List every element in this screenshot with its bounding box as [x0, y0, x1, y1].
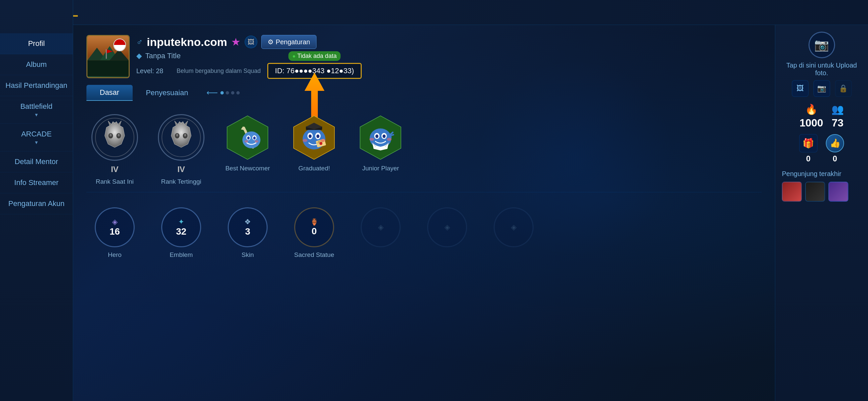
id-box-container: ID: 76●●●●343 ●12●33) ● Tidak ada data [267, 63, 362, 79]
photo-lock-button[interactable]: 🔒 [835, 80, 852, 97]
stat-people: 👥 73 [831, 104, 844, 129]
svg-point-13 [118, 134, 120, 137]
graduated-icon [291, 114, 337, 161]
skin-count: 3 [245, 226, 250, 237]
svg-rect-6 [106, 49, 107, 59]
flag-badge [113, 38, 126, 51]
stat-fire: 🔥 1000 [800, 104, 823, 129]
svg-point-34 [316, 135, 319, 138]
svg-point-18 [184, 134, 186, 137]
visitor-avatars [782, 182, 861, 202]
ghost-icon-3: ◈ [511, 223, 517, 232]
star-icon: ★ [231, 36, 241, 48]
tab-dasar[interactable]: Dasar [87, 85, 133, 101]
sidebar-label-album: Album [26, 60, 46, 68]
sidebar: Profil Album Hasil Pertandingan Battlefi… [0, 0, 73, 401]
stats-right: 🔥 1000 👥 73 🎁 0 👍 0 [782, 104, 861, 163]
profile-title-text: Tanpa Title [145, 52, 181, 60]
dots-nav [220, 91, 240, 94]
graduated-label: Graduated! [298, 165, 330, 172]
skin-label: Skin [242, 251, 254, 259]
stat-hero: ◈ 16 Hero [87, 207, 143, 259]
sacred-statue-icon: 🏺 [310, 218, 318, 226]
fire-icon: 🔥 [805, 104, 817, 115]
profile-middle-row: Level: 28 Belum bergabung dalam Squad ID… [136, 63, 762, 79]
sidebar-item-arcade[interactable]: ARCADE ▼ [0, 124, 73, 151]
stat-sacred-statue: 🏺 0 Sacred Statue [286, 207, 342, 259]
badge-rank-saat-ini: IV Rank Saat Ini [87, 114, 143, 185]
stat-gift: 🎁 0 [799, 134, 817, 163]
tabs-row: Dasar Penyesuaian ⟵ [87, 85, 762, 101]
gallery-icon: 🖼 [797, 84, 804, 93]
profile-info: ♂ inputekno.com ★ 🖼 ⚙ Pengaturan ◆ Tanpa… [136, 35, 762, 82]
diamond-icon: ◆ [136, 52, 142, 60]
gift-box-icon: 🎁 [799, 134, 817, 152]
svg-point-53 [387, 138, 392, 140]
svg-point-27 [245, 140, 248, 142]
gender-icon: ♂ [136, 37, 143, 47]
lock-icon: 🔒 [839, 84, 848, 93]
badge-ghost-2: ◈ [419, 207, 475, 247]
badge-rank-tertinggi: IV Rank Tertinggi [153, 114, 210, 185]
upload-text[interactable]: Tap di sini untuk Upload foto. [782, 62, 861, 77]
stat-skin: ❖ 3 Skin [219, 207, 276, 259]
profile-squad: Belum bergabung dalam Squad [177, 67, 260, 75]
sidebar-label-hasil: Hasil Pertandingan [6, 81, 67, 89]
dot-3 [231, 91, 235, 94]
like-count: 0 [833, 154, 837, 163]
stats-bottom-row: ◈ 16 Hero ✦ 32 Emblem ❖ 3 Skin 🏺 0 [87, 202, 762, 259]
hero-count: 16 [110, 226, 120, 237]
rank-tertinggi-label: Rank Tertinggi [161, 178, 201, 185]
badge-ghost-3: ◈ [485, 207, 542, 247]
badge-junior-player: Junior Player [352, 114, 409, 172]
visitors-section: Pengunjung terakhir [782, 170, 861, 202]
hero-stat-circle: ◈ 16 [95, 207, 135, 247]
settings-label: Pengaturan [276, 38, 310, 46]
junior-player-svg [358, 112, 404, 163]
settings-button[interactable]: ⚙ Pengaturan [261, 35, 316, 49]
settings-gear-icon: ⚙ [268, 38, 274, 46]
sidebar-item-info-streamer[interactable]: Info Streamer [0, 172, 73, 193]
badge-ghost-1: ◈ [352, 207, 409, 247]
dot-icon: ● [292, 53, 296, 59]
svg-rect-5 [87, 60, 129, 76]
photo-gallery-button[interactable]: 🖼 [792, 80, 808, 97]
visitor-avatar-1[interactable] [782, 182, 802, 202]
sidebar-item-profil[interactable]: Profil [0, 33, 73, 54]
nav-prev-button[interactable]: ⟵ [207, 88, 218, 97]
visitor-avatar-2[interactable] [805, 182, 825, 202]
tab-penyesuaian-label: Penyesuaian [146, 88, 188, 97]
stat-emblem: ✦ 32 Emblem [153, 207, 210, 259]
sidebar-item-battlefield[interactable]: Battlefield ▼ [0, 96, 73, 124]
visitors-title: Pengunjung terakhir [782, 170, 861, 178]
no-data-text: Tidak ada data [297, 53, 336, 60]
svg-point-33 [309, 135, 311, 138]
sidebar-label-info-streamer: Info Streamer [14, 178, 59, 187]
visitor-avatar-3[interactable] [829, 182, 848, 202]
hero-icon: ◈ [112, 218, 118, 226]
stats-row-bottom: 🎁 0 👍 0 [799, 134, 844, 163]
camera-icon: 📷 [814, 38, 829, 52]
sidebar-label-detail-mentor: Detail Mentor [14, 157, 58, 166]
stats-row-top: 🔥 1000 👥 73 [800, 104, 844, 129]
flag-bottom [114, 45, 125, 51]
tab-penyesuaian[interactable]: Penyesuaian [133, 85, 202, 101]
no-data-badge: ● Tidak ada data [288, 51, 341, 61]
sidebar-item-hasil-pertandingan[interactable]: Hasil Pertandingan [0, 75, 73, 96]
rank-saat-ini-numeral: IV [111, 165, 119, 174]
photo-camera-button[interactable]: 📷 [813, 80, 830, 97]
graduated-svg [291, 112, 337, 163]
sidebar-item-album[interactable]: Album [0, 54, 73, 75]
svg-point-28 [255, 140, 258, 142]
profile-top-section: ♂ inputekno.com ★ 🖼 ⚙ Pengaturan ◆ Tanpa… [87, 35, 762, 82]
sidebar-item-detail-mentor[interactable]: Detail Mentor [0, 151, 73, 172]
badge-graduated: Graduated! [286, 114, 342, 172]
sidebar-label-arcade: ARCADE [21, 130, 52, 138]
svg-point-25 [247, 137, 250, 139]
rank-saat-ini-icon [91, 114, 138, 161]
emblem-label: Emblem [169, 251, 193, 259]
like-circle-icon[interactable]: 👍 [826, 134, 844, 152]
profile-camera-button[interactable]: 🖼 [245, 36, 257, 48]
sidebar-item-pengaturan-akun[interactable]: Pengaturan Akun [0, 193, 73, 214]
upload-camera-button[interactable]: 📷 [808, 32, 835, 58]
